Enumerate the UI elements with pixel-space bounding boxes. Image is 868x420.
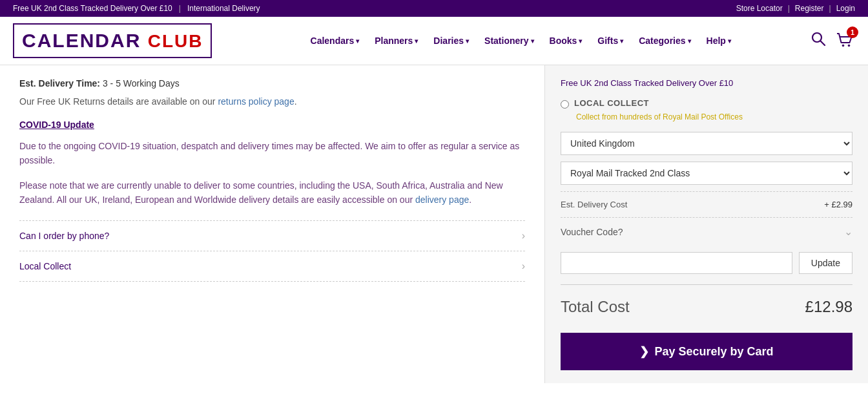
free-returns-text: Our Free UK Returns details are availabl… xyxy=(19,96,218,107)
faq-local-collect[interactable]: Local Collect › xyxy=(19,251,525,282)
nav-categories[interactable]: Categories ▾ xyxy=(631,30,698,51)
delivery-banner: Free UK 2nd Class Tracked Delivery Over … xyxy=(561,78,852,88)
faq-phone-label: Can I order by phone? xyxy=(19,231,109,241)
nav-diaries[interactable]: Diaries ▾ xyxy=(426,30,477,51)
chevron-down-icon: ▾ xyxy=(466,37,469,45)
nav-books[interactable]: Books ▾ xyxy=(542,30,590,51)
chevron-down-icon: ▾ xyxy=(415,37,418,45)
svg-line-1 xyxy=(821,41,825,46)
local-collect-sub: Collect from hundreds of Royal Mail Post… xyxy=(576,112,852,121)
covid-para2-after: . xyxy=(469,194,471,205)
free-returns: Our Free UK Returns details are availabl… xyxy=(19,96,525,107)
voucher-label: Voucher Code? xyxy=(561,227,623,237)
faq-local-collect-label: Local Collect xyxy=(19,261,71,271)
voucher-row[interactable]: Voucher Code? ⌄ xyxy=(561,217,852,246)
delivery-link[interactable]: delivery page xyxy=(415,194,469,205)
nav-gifts[interactable]: Gifts ▾ xyxy=(590,30,631,51)
top-divider-2: | xyxy=(829,4,831,13)
local-collect-label: LOCAL COLLECT xyxy=(574,98,649,108)
top-divider-1: | xyxy=(788,4,790,13)
voucher-input[interactable] xyxy=(561,252,792,274)
header-icons: 1 xyxy=(810,30,855,52)
pay-button[interactable]: ❯ Pay Securely by Card xyxy=(561,333,852,370)
chevron-right-icon: › xyxy=(522,260,525,272)
nav-help[interactable]: Help ▾ xyxy=(699,30,739,51)
covid-para2: Please note that we are currently unable… xyxy=(19,178,525,207)
international-delivery-text: International Delivery xyxy=(187,4,260,13)
nav-planners[interactable]: Planners ▾ xyxy=(367,30,426,51)
logo-club: CLUB xyxy=(148,31,203,51)
chevron-down-icon: ▾ xyxy=(728,37,731,45)
voucher-input-row: Update xyxy=(561,246,852,284)
svg-point-3 xyxy=(848,44,851,47)
top-bar-right: Store Locator | Register | Login xyxy=(736,4,855,13)
chevron-down-icon: ▾ xyxy=(356,37,359,45)
chevron-down-icon: ▾ xyxy=(531,37,534,45)
left-panel: Est. Delivery Time: 3 - 5 Working Days O… xyxy=(0,65,545,383)
delivery-cost-label: Est. Delivery Cost xyxy=(561,200,627,209)
chevron-down-icon: ▾ xyxy=(688,37,691,45)
pay-button-label: Pay Securely by Card xyxy=(654,345,773,359)
cart-button[interactable]: 1 xyxy=(834,30,855,52)
search-icon[interactable] xyxy=(810,30,827,51)
top-bar-left: Free UK 2nd Class Tracked Delivery Over … xyxy=(13,4,260,13)
header: CALENDAR CLUB Calendars ▾ Planners ▾ Dia… xyxy=(0,17,868,65)
logo-calendar: CALENDAR xyxy=(22,30,148,51)
covid-para1: Due to the ongoing COVID-19 situation, d… xyxy=(19,139,525,168)
covid-title[interactable]: COVID-19 Update xyxy=(19,120,525,130)
chevron-down-icon: ▾ xyxy=(620,37,623,45)
est-delivery-label: Est. Delivery Time: xyxy=(19,78,100,89)
store-locator-link[interactable]: Store Locator xyxy=(736,4,783,13)
country-select[interactable]: United Kingdom United States Australia C… xyxy=(561,132,852,155)
top-bar: Free UK 2nd Class Tracked Delivery Over … xyxy=(0,0,868,17)
top-divider: | xyxy=(179,4,181,13)
chevron-right-icon: › xyxy=(522,230,525,242)
svg-point-2 xyxy=(842,44,845,47)
cart-badge: 1 xyxy=(847,26,858,38)
delivery-banner-text: Free UK 2nd Class Tracked Delivery Over … xyxy=(561,78,733,88)
main-content: Est. Delivery Time: 3 - 5 Working Days O… xyxy=(0,65,868,383)
total-row: Total Cost £12.98 xyxy=(561,284,852,326)
delivery-cost-value: + £2.99 xyxy=(824,200,852,209)
main-nav: Calendars ▾ Planners ▾ Diaries ▾ Station… xyxy=(231,30,810,51)
nav-stationery[interactable]: Stationery ▾ xyxy=(477,30,541,51)
faq-phone[interactable]: Can I order by phone? › xyxy=(19,220,525,251)
update-button[interactable]: Update xyxy=(799,252,852,274)
logo[interactable]: CALENDAR CLUB xyxy=(13,23,212,58)
chevron-down-icon: ▾ xyxy=(579,37,582,45)
free-delivery-text: Free UK 2nd Class Tracked Delivery Over … xyxy=(13,4,172,13)
shipping-select[interactable]: Royal Mail Tracked 2nd Class Royal Mail … xyxy=(561,162,852,185)
right-panel: Free UK 2nd Class Tracked Delivery Over … xyxy=(545,65,868,383)
est-delivery: Est. Delivery Time: 3 - 5 Working Days xyxy=(19,78,525,89)
total-label: Total Cost xyxy=(561,298,630,316)
pay-chevron-icon: ❯ xyxy=(639,344,649,359)
local-collect-row: LOCAL COLLECT xyxy=(561,98,852,109)
delivery-cost-row: Est. Delivery Cost + £2.99 xyxy=(561,191,852,217)
returns-link[interactable]: returns policy page xyxy=(218,96,294,107)
nav-calendars[interactable]: Calendars ▾ xyxy=(303,30,367,51)
login-link[interactable]: Login xyxy=(836,4,855,13)
total-value: £12.98 xyxy=(805,298,852,316)
logo-text: CALENDAR CLUB xyxy=(22,30,203,51)
chevron-down-icon: ⌄ xyxy=(844,226,852,238)
register-link[interactable]: Register xyxy=(795,4,824,13)
est-delivery-value: 3 - 5 Working Days xyxy=(103,78,180,89)
returns-period: . xyxy=(294,96,297,107)
local-collect-radio[interactable] xyxy=(561,100,569,109)
